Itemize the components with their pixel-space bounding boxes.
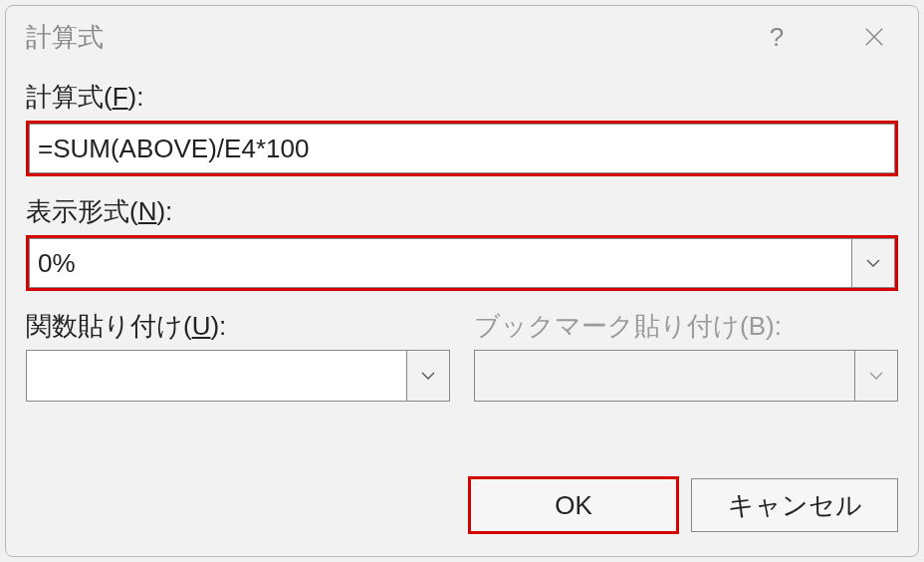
- row-two: 関数貼り付け(U): ブックマーク貼り付け(B):: [26, 309, 898, 402]
- function-paste-input[interactable]: [26, 350, 406, 402]
- bookmark-paste-input: [474, 350, 854, 402]
- formula-label: 計算式(F):: [26, 80, 898, 115]
- function-paste-col: 関数貼り付け(U):: [26, 309, 450, 402]
- button-row: OK キャンセル: [26, 478, 898, 536]
- bookmark-paste-combo: [474, 350, 898, 402]
- titlebar: 計算式 ?: [6, 6, 918, 64]
- bookmark-paste-combo-button: [854, 350, 898, 402]
- dialog-title: 計算式: [26, 20, 753, 55]
- formula-dialog: 計算式 ? 計算式(F): 表示形式(N):: [5, 5, 919, 557]
- bookmark-paste-label: ブックマーク貼り付け(B):: [474, 309, 898, 344]
- chevron-down-icon: [865, 258, 881, 268]
- chevron-down-icon: [420, 371, 436, 381]
- function-paste-combo-button[interactable]: [406, 350, 450, 402]
- bookmark-paste-col: ブックマーク貼り付け(B):: [474, 309, 898, 402]
- close-button[interactable]: [850, 17, 898, 57]
- close-icon: [863, 26, 885, 48]
- ok-button[interactable]: OK: [470, 478, 677, 532]
- function-paste-combo: [26, 350, 450, 402]
- help-button[interactable]: ?: [753, 17, 801, 57]
- format-combo-button[interactable]: [851, 238, 895, 288]
- format-combo-wrapper: [26, 235, 898, 291]
- cancel-button[interactable]: キャンセル: [691, 478, 898, 532]
- format-combo-input[interactable]: [29, 238, 851, 288]
- formula-input-wrapper: [26, 121, 898, 176]
- format-label: 表示形式(N):: [26, 194, 898, 229]
- function-paste-label: 関数貼り付け(U):: [26, 309, 450, 344]
- chevron-down-icon: [868, 371, 884, 381]
- formula-input[interactable]: [29, 124, 895, 173]
- dialog-content: 計算式(F): 表示形式(N): 関数貼り付け(U):: [6, 64, 918, 556]
